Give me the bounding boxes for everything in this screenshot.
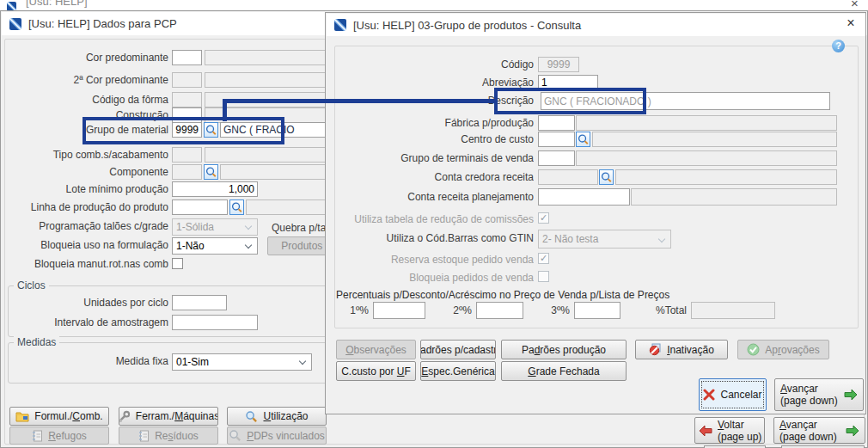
codigo-label: Código [336,57,534,72]
pcp-window-title: [Usu: HELP] Dados para PCP [28,17,177,30]
chevron-down-icon [658,236,665,242]
arrow-right-icon [846,425,859,437]
utiliza-tabela-checkbox: ✓ [538,212,549,224]
cor-predominante-label: Cor predominante [3,50,168,65]
bloqueia-manut-checkbox[interactable] [172,258,183,269]
codigo-forma-desc-input [205,92,342,107]
percent3-label: 3º% [544,303,570,318]
ciclos-caption: Ciclos [14,279,49,292]
centro-custo-desc-input [592,132,837,147]
percent2-label: 2º% [446,303,472,318]
bloqueia-pedidos-label: Bloqueia pedidos de venda [336,270,534,285]
construcao-label: Construção [3,107,168,123]
app-icon [9,18,21,30]
grupo-terminais-desc-input [576,150,837,166]
fabrica-producao-input[interactable] [538,115,575,131]
unidades-ciclo-input[interactable] [172,295,227,310]
conta-receita-input[interactable] [538,188,630,206]
linha-producao-input[interactable] [172,199,228,215]
avancar-page-down-button[interactable]: Avançar(page down) [774,378,864,411]
linha-producao-lookup-icon[interactable] [229,199,244,215]
gtin-label: Utiliza o Cód.Barras como GTIN [336,230,534,246]
fabrica-producao-label: Fábrica p/produção [336,115,534,131]
construcao-desc-input [205,107,342,123]
tipo-comb-desc-input [205,147,342,163]
background-app-title: [Usu: HELP] [26,0,88,8]
folder-icon [15,410,29,422]
grupo-terminais-input[interactable] [538,150,575,166]
search-icon [245,410,258,423]
construcao-input[interactable] [172,107,202,123]
medidas-caption: Medidas [14,336,59,348]
percent1-input[interactable] [373,302,425,319]
cor-predominante2-label: 2ª Cor predominante [3,72,168,88]
ccusto-uf-button[interactable]: C.custo por UF [336,361,416,381]
consulta-window: [Usu: HELP] 03-Grupo de produtos - Consu… [325,12,866,414]
bloqueia-uso-label: Bloqueia uso na formulação [3,237,168,253]
grade-fechada-button[interactable]: Grade Fechada [501,361,627,381]
grupo-material-lookup-icon[interactable] [204,122,218,138]
padroes-producao-button[interactable]: Padrões produção [501,340,627,359]
componente-label: Componente [3,164,168,180]
conta-credora-input [538,169,598,185]
bloqueia-pedidos-checkbox [538,271,549,282]
ferram-maquinas-button[interactable]: Ferram./Máquinas [119,407,218,426]
voltar-page-up-button[interactable]: Voltar(page up) [694,417,765,444]
lote-minimo-label: Lote mínimo produção [3,181,168,197]
programacao-taloes-label: Programação talões c/grade [3,218,168,234]
cor-predominante2-desc-input [205,72,342,88]
help-icon[interactable]: ? [832,40,845,52]
close-icon[interactable]: × [841,16,860,32]
residuos-button: Resíduos [119,427,218,445]
inativacao-button[interactable]: Inativação [635,340,728,359]
refugos-button: Refugos [9,427,109,445]
aprovacoes-button: Aprovações [737,340,829,359]
espec-generica-button[interactable]: Espec.Genérica [420,361,496,381]
conta-credora-lookup-icon[interactable] [599,169,614,185]
check-circle-icon [747,343,760,356]
chevron-down-icon [245,242,252,249]
tipo-comb-label: Tipo comb.s/acabamento [3,147,168,163]
percent3-input[interactable] [574,302,620,319]
no-entry-icon [649,343,662,356]
search-icon [229,429,241,442]
centro-custo-label: Centro de custo [336,132,534,147]
fabrica-producao-desc-input [576,115,837,131]
app-icon [334,19,346,31]
abreviacao-label: Abreviação [336,75,534,90]
abreviacao-input[interactable] [538,75,598,90]
descricao-input[interactable] [541,92,830,110]
bloqueia-uso-select[interactable]: 1-Não [172,237,258,255]
medida-fixa-select[interactable]: 01-Sim [172,353,312,371]
utilizacao-button[interactable]: Utilização [227,407,327,426]
notepad-icon [32,430,43,442]
cor-predominante-desc-input [205,50,342,65]
close-icon[interactable]: × [851,0,859,10]
centro-custo-input[interactable] [538,132,575,147]
centro-custo-lookup-icon[interactable] [576,132,590,147]
grupo-terminais-label: Grupo de terminais de venda [336,150,534,166]
cancelar-button[interactable]: Cancelar [699,378,767,411]
cor-predominante-input[interactable] [172,50,202,65]
componente-lookup-icon[interactable] [204,164,218,180]
conta-receita-desc-input [631,188,837,206]
padroes-cadastro-button[interactable]: Padrões p/cadastro [420,340,496,359]
codigo-forma-label: Código da fôrma [3,92,168,107]
conta-credora-label: Conta credora receita [336,169,534,185]
grupo-material-code-input[interactable] [172,122,202,138]
programacao-taloes-select: 1-Sólida [172,218,258,236]
lote-minimo-input[interactable] [172,181,258,197]
formul-comb-button[interactable]: Formul./Comb. [9,407,109,426]
consulta-window-title: [Usu: HELP] 03-Grupo de produtos - Consu… [353,19,581,32]
tipo-comb-input [172,147,202,163]
arrow-right-icon [844,389,858,401]
percent2-input[interactable] [476,302,523,319]
reserva-estoque-checkbox: ✓ [538,253,549,264]
reserva-estoque-label: Reserva estoque pedido venda [336,252,534,267]
intervalo-amostragem-label: Intervalo de amostragem [3,315,168,330]
avancar-page-down-button-2[interactable]: Avançar(page down) [773,417,865,444]
intervalo-amostragem-input[interactable] [172,315,258,330]
wrench-icon [119,410,131,423]
cor-predominante2-input [172,72,202,88]
grupo-material-label: Grupo de material [3,122,168,138]
